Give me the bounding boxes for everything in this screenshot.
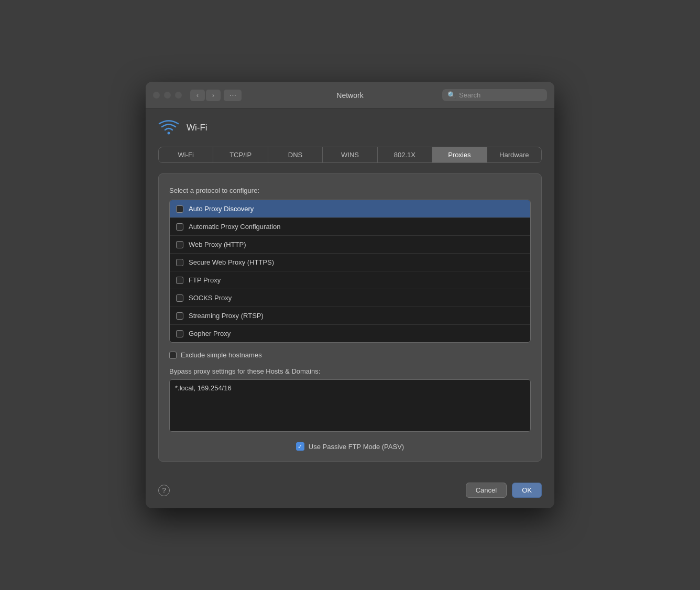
tab-proxies[interactable]: Proxies (432, 147, 487, 162)
bypass-label: Bypass proxy settings for these Hosts & … (169, 367, 531, 375)
search-icon: 🔍 (447, 91, 456, 99)
secure-https-checkbox[interactable] (176, 259, 183, 266)
svg-point-0 (168, 132, 170, 135)
list-item[interactable]: Automatic Proxy Configuration (170, 218, 530, 236)
pasv-label: Use Passive FTP Mode (PASV) (309, 443, 404, 451)
window-body: Wi-Fi Wi-Fi TCP/IP DNS WINS 802.1X Proxi… (146, 109, 554, 474)
exclude-hostnames-label: Exclude simple hostnames (181, 351, 262, 359)
tab-wins[interactable]: WINS (323, 147, 377, 162)
web-http-label: Web Proxy (HTTP) (189, 241, 246, 248)
window: ‹ › ⋯ Network 🔍 Search Wi-Fi (146, 82, 554, 508)
nav-buttons: ‹ › (190, 90, 221, 101)
tab-8021x[interactable]: 802.1X (378, 147, 432, 162)
ftp-proxy-label: FTP Proxy (189, 276, 221, 284)
streaming-rtsp-checkbox[interactable] (176, 312, 183, 320)
close-button[interactable] (153, 92, 160, 99)
socks-proxy-label: SOCKS Proxy (189, 294, 232, 302)
gopher-proxy-checkbox[interactable] (176, 330, 183, 337)
back-button[interactable]: ‹ (190, 90, 205, 101)
list-item[interactable]: FTP Proxy (170, 271, 530, 289)
exclude-hostnames-checkbox[interactable] (169, 352, 177, 359)
content-panel: Select a protocol to configure: Auto Pro… (158, 173, 542, 462)
list-item[interactable]: Streaming Proxy (RTSP) (170, 307, 530, 325)
secure-https-label: Secure Web Proxy (HTTPS) (189, 258, 274, 266)
ok-button[interactable]: OK (512, 483, 542, 498)
ftp-proxy-checkbox[interactable] (176, 277, 183, 284)
auto-discovery-checkbox[interactable] (176, 205, 183, 213)
tabs-row: Wi-Fi TCP/IP DNS WINS 802.1X Proxies Har… (158, 147, 542, 163)
protocol-list: Auto Proxy Discovery Automatic Proxy Con… (169, 200, 531, 343)
list-item[interactable]: SOCKS Proxy (170, 289, 530, 307)
auto-config-checkbox[interactable] (176, 223, 183, 231)
wifi-header: Wi-Fi (158, 119, 542, 136)
grid-icon: ⋯ (229, 91, 236, 99)
maximize-button[interactable] (175, 92, 182, 99)
protocol-section-label: Select a protocol to configure: (169, 187, 531, 194)
web-http-checkbox[interactable] (176, 241, 183, 248)
traffic-lights (153, 92, 182, 99)
forward-button[interactable]: › (206, 90, 221, 101)
pasv-row: ✓ Use Passive FTP Mode (PASV) (169, 442, 531, 451)
list-item[interactable]: Gopher Proxy (170, 325, 530, 342)
pasv-checkbox[interactable]: ✓ (296, 442, 304, 451)
search-bar[interactable]: 🔍 Search (442, 89, 547, 101)
window-title: Network (336, 91, 363, 100)
tab-dns[interactable]: DNS (268, 147, 323, 162)
wifi-label: Wi-Fi (187, 123, 207, 133)
streaming-rtsp-label: Streaming Proxy (RTSP) (189, 312, 264, 320)
tab-tcpip[interactable]: TCP/IP (213, 147, 268, 162)
footer: ? Cancel OK (146, 474, 554, 508)
tab-hardware[interactable]: Hardware (487, 147, 541, 162)
wifi-icon (158, 119, 179, 136)
list-item[interactable]: Web Proxy (HTTP) (170, 236, 530, 254)
auto-discovery-label: Auto Proxy Discovery (189, 205, 254, 213)
minimize-button[interactable] (164, 92, 171, 99)
list-item[interactable]: Auto Proxy Discovery (170, 200, 530, 218)
auto-config-label: Automatic Proxy Configuration (189, 223, 281, 231)
grid-button[interactable]: ⋯ (224, 90, 242, 101)
list-item[interactable]: Secure Web Proxy (HTTPS) (170, 254, 530, 271)
socks-proxy-checkbox[interactable] (176, 294, 183, 302)
tab-wifi[interactable]: Wi-Fi (159, 147, 213, 162)
exclude-row: Exclude simple hostnames (169, 351, 531, 359)
gopher-proxy-label: Gopher Proxy (189, 330, 231, 337)
bypass-textarea[interactable]: *.local, 169.254/16 (169, 379, 531, 432)
cancel-button[interactable]: Cancel (466, 483, 507, 498)
search-input[interactable]: Search (459, 91, 480, 99)
help-button[interactable]: ? (158, 485, 170, 496)
titlebar: ‹ › ⋯ Network 🔍 Search (146, 82, 554, 109)
